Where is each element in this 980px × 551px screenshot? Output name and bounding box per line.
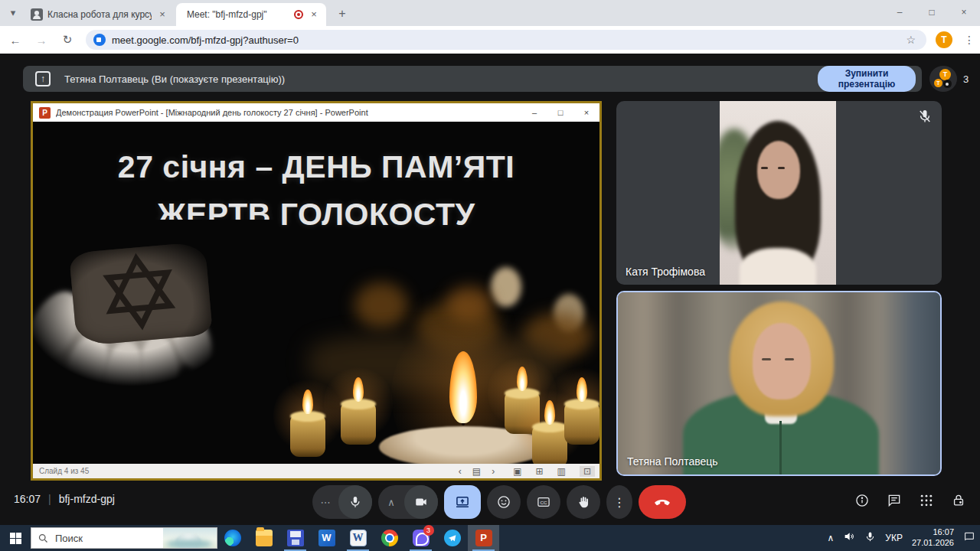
svg-text:CC: CC [540,500,547,505]
participant-video [720,101,836,285]
tab-search-button[interactable]: ▾ [5,5,21,22]
slide-nav-controls: ‹ ▤ › [459,466,495,477]
floppy-app-icon [287,530,304,546]
mic-icon[interactable] [338,485,372,519]
meet-main-area: ↑ Тетяна Полтавець (Ви (показуєте презен… [0,54,980,525]
activities-button[interactable] [919,493,934,511]
avatar: T [939,69,951,80]
participant-tile-tetyana[interactable]: Тетяна Полтавець [616,291,942,476]
maximize-window-icon[interactable]: □ [916,0,948,26]
taskbar-search-input[interactable]: Поиск [31,527,217,549]
meeting-code: bfj-mfzd-gpj [59,493,115,505]
browser-menu-icon[interactable]: ⋮ [962,34,977,46]
maximize-window-icon[interactable]: □ [547,103,573,122]
raise-hand-button[interactable] [567,485,600,519]
minimize-window-icon[interactable]: – [884,0,916,26]
participant-tile-katya[interactable]: Катя Трофімова [616,101,942,285]
address-bar[interactable]: meet.google.com/bfj-mfzd-gpj?authuser=0 … [86,30,926,50]
taskbar-viber[interactable]: 3 [405,525,436,551]
cc-icon: CC [536,494,551,510]
zoom-slide-icon[interactable]: ▣ [513,466,521,477]
see-all-slides-icon[interactable]: ⊞ [536,466,544,477]
smiley-icon [496,494,511,510]
reactions-button[interactable] [487,485,521,519]
profile-avatar[interactable]: T [936,31,952,48]
taskbar-chrome[interactable] [374,525,405,551]
chrome-icon [381,530,398,546]
close-tab-icon[interactable]: × [308,8,320,21]
more-options-button[interactable]: ⋮ [606,485,632,519]
powerpoint-window-controls: – □ × [521,103,599,122]
captions-button[interactable]: CC [527,485,560,519]
audio-options-icon[interactable]: ⋯ [312,497,338,508]
chevron-down-icon: ▾ [11,7,16,18]
end-call-button[interactable] [639,485,686,519]
edge-icon [224,530,241,546]
avatar: T [934,79,942,87]
video-options-icon[interactable]: ∧ [378,497,404,508]
stop-presentation-button[interactable]: Зупинити презентацію [818,66,916,93]
forward-icon[interactable]: → [31,34,52,47]
site-info-icon[interactable] [93,34,106,46]
display-settings-icon[interactable]: ⊡ [580,466,595,477]
tab-meet[interactable]: Meet: "bfj-mfzd-gpj" × [176,3,326,26]
tab-title: Meet: "bfj-mfzd-gpj" [187,9,289,20]
windows-taskbar: Поиск W W 3 P ∧ [0,525,980,551]
taskbar-save-app[interactable] [279,525,311,551]
word-icon: W [318,530,335,546]
next-slide-icon[interactable]: › [492,466,495,477]
back-icon[interactable]: ← [5,34,26,47]
powerpoint-icon: P [475,530,492,546]
previous-slide-icon[interactable]: ‹ [459,466,462,477]
taskbar-powerpoint[interactable]: P [468,525,499,551]
tray-date: 27.01.2026 [912,538,954,549]
call-controls: ⋯ ∧ [312,485,686,519]
slideshow-tools: ▣ ⊞ ▥ ⊡ [513,466,595,477]
close-tab-icon[interactable]: × [156,8,168,21]
powerpoint-shared-window: P Демонстрация PowerPoint - [Міжнародний… [31,101,602,481]
meeting-details-button[interactable] [854,493,870,511]
bookmark-star-icon[interactable]: ☆ [906,34,916,46]
taskbar-clock[interactable]: 16:07 27.01.2026 [912,527,954,549]
taskbar-word[interactable]: W [311,525,342,551]
chat-icon [887,493,902,508]
url-text[interactable]: meet.google.com/bfj-mfzd-gpj?authuser=0 [112,34,906,46]
divider: | [48,493,51,505]
taskbar-explorer[interactable] [248,525,279,551]
kebab-icon: ⋮ [613,495,626,510]
minimize-window-icon[interactable]: – [521,103,547,122]
mic-muted-icon [917,109,933,127]
slide-counter: Слайд 4 из 45 [39,467,459,475]
language-indicator[interactable]: УКР [885,533,903,543]
reading-view-icon[interactable]: ▥ [557,466,566,477]
camera-control[interactable]: ∧ [378,485,438,519]
reload-icon[interactable]: ↻ [57,33,78,47]
tray-mic-icon[interactable] [864,531,876,546]
speaker-icon[interactable] [843,530,855,546]
search-highlight-image[interactable] [163,527,217,549]
new-tab-button[interactable]: + [334,5,351,22]
hand-icon [577,495,591,510]
close-window-icon[interactable]: × [573,103,599,122]
slide-image-hand-with-star [38,243,252,403]
start-button[interactable] [0,525,31,551]
participants-cluster[interactable]: T T 3 [929,66,974,92]
slide-notes-icon[interactable]: ▤ [472,466,481,477]
taskbar-word-legacy[interactable]: W [342,525,374,551]
present-now-button[interactable] [444,485,481,519]
chat-button[interactable] [887,493,902,511]
camera-icon[interactable] [404,485,438,519]
action-center-icon[interactable] [963,530,975,546]
file-explorer-icon [256,530,273,546]
slide-title-line1: 27 січня – ДЕНЬ ПАМ’ЯТІ [33,143,599,191]
search-placeholder: Поиск [55,533,163,544]
taskbar-edge[interactable] [217,525,248,551]
close-window-icon[interactable]: × [948,0,980,26]
tray-chevron-up-icon[interactable]: ∧ [828,533,835,543]
info-icon [854,493,870,508]
taskbar-telegram[interactable] [436,525,468,551]
host-controls-button[interactable] [951,493,966,511]
system-tray: ∧ УКР 16:07 27.01.2026 [828,525,975,551]
mic-control[interactable]: ⋯ [312,485,372,519]
tab-classroom[interactable]: Класна робота для курсу "Вих × [24,3,175,26]
